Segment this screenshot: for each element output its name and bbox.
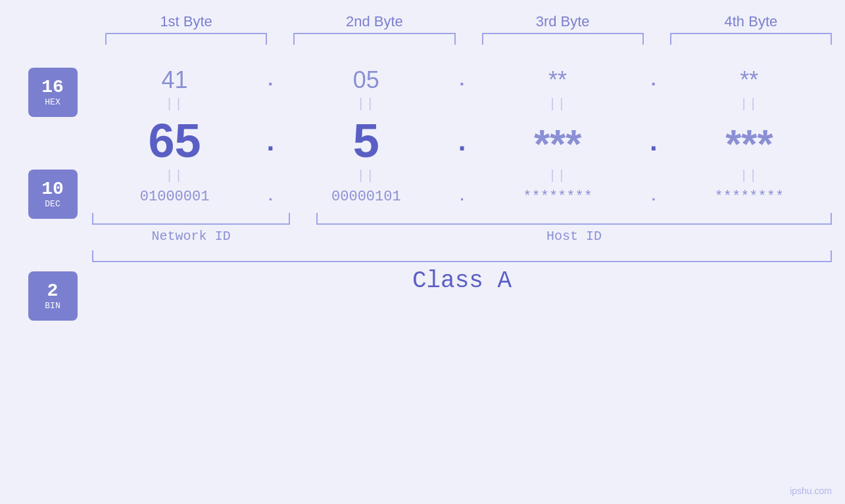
dec-byte4: *** bbox=[667, 124, 832, 164]
bin-dot2: . bbox=[449, 189, 475, 205]
hex-dot3: . bbox=[640, 70, 667, 91]
hex-dot2: . bbox=[449, 70, 475, 91]
main-container: 1st Byte 2nd Byte 3rd Byte 4th Byte 16 H… bbox=[0, 0, 845, 504]
bin-badge-num: 2 bbox=[47, 281, 59, 302]
bin-byte2: 00000101 bbox=[283, 189, 448, 205]
dec-byte3: *** bbox=[475, 124, 640, 164]
sep2-b1: || bbox=[92, 168, 257, 183]
hex-dot1: . bbox=[257, 70, 283, 91]
sep1-b3: || bbox=[475, 97, 640, 112]
sep1-b2: || bbox=[283, 97, 448, 112]
hex-byte4: ** bbox=[667, 66, 832, 94]
byte2-header: 2nd Byte bbox=[280, 13, 468, 30]
bin-dot3: . bbox=[640, 189, 667, 205]
badges-column: 16 HEX 10 DEC 2 BIN bbox=[13, 48, 92, 504]
sep2-b4: || bbox=[667, 168, 832, 183]
watermark: ipshu.com bbox=[790, 486, 832, 496]
dec-dot2: . bbox=[449, 127, 475, 164]
sep-row-1: || || || || bbox=[92, 97, 832, 112]
bracket-byte2 bbox=[293, 33, 455, 45]
byte-headers-row: 1st Byte 2nd Byte 3rd Byte 4th Byte bbox=[0, 13, 845, 30]
sep2-b3: || bbox=[475, 168, 640, 183]
dec-data-row: 65 . 5 . *** . *** bbox=[92, 117, 832, 164]
hex-badge-label: HEX bbox=[45, 97, 60, 107]
host-bracket bbox=[316, 213, 832, 225]
bin-badge-label: BIN bbox=[45, 301, 60, 311]
top-brackets bbox=[0, 33, 845, 45]
byte1-header: 1st Byte bbox=[92, 13, 280, 30]
class-label: Class A bbox=[92, 267, 832, 294]
byte4-header: 4th Byte bbox=[657, 13, 845, 30]
hex-badge: 16 HEX bbox=[28, 68, 78, 117]
hex-data-row: 41 . 05 . ** . ** bbox=[92, 66, 832, 94]
bottom-brackets-section: Network ID Host ID bbox=[92, 213, 832, 244]
network-id-label: Network ID bbox=[92, 229, 290, 244]
sep-row-2: || || || || bbox=[92, 168, 832, 183]
dec-badge: 10 DEC bbox=[28, 170, 78, 219]
outer-bracket bbox=[92, 250, 832, 262]
hex-byte2: 05 bbox=[283, 66, 448, 94]
hex-byte1: 41 bbox=[92, 66, 257, 94]
bin-dot1: . bbox=[257, 189, 283, 205]
bin-byte1: 01000001 bbox=[92, 189, 257, 205]
byte3-header: 3rd Byte bbox=[469, 13, 657, 30]
hex-byte3: ** bbox=[475, 66, 640, 94]
host-id-label: Host ID bbox=[316, 229, 832, 244]
dec-byte2: 5 bbox=[283, 117, 448, 164]
bracket-byte1 bbox=[105, 33, 267, 45]
bin-byte3: ******** bbox=[475, 189, 640, 205]
bracket-byte4 bbox=[670, 33, 832, 45]
bin-data-row: 01000001 . 00000101 . ******** . *******… bbox=[92, 189, 832, 205]
bin-badge: 2 BIN bbox=[28, 271, 78, 321]
bin-byte4: ******** bbox=[667, 189, 832, 205]
sep1-b4: || bbox=[667, 97, 832, 112]
outer-bracket-section: Class A bbox=[92, 250, 832, 294]
dec-byte1: 65 bbox=[92, 117, 257, 164]
dec-badge-label: DEC bbox=[45, 199, 60, 209]
network-bracket bbox=[92, 213, 290, 225]
sep2-b2: || bbox=[283, 168, 448, 183]
dec-dot1: . bbox=[257, 127, 283, 164]
hex-badge-num: 16 bbox=[41, 78, 64, 98]
bracket-byte3 bbox=[482, 33, 644, 45]
dec-badge-num: 10 bbox=[41, 179, 64, 200]
sep1-b1: || bbox=[92, 97, 257, 112]
dec-dot3: . bbox=[640, 127, 667, 164]
